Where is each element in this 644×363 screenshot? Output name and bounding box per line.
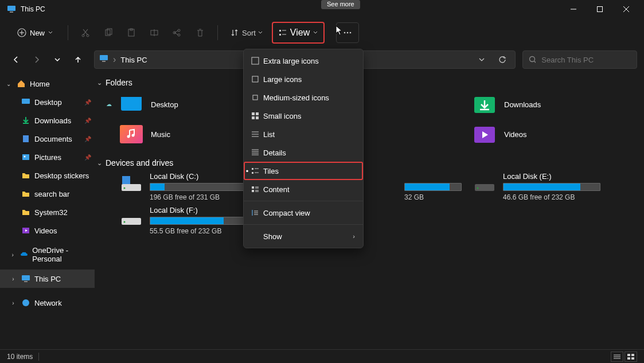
svg-rect-38 bbox=[24, 281, 28, 282]
item-count: 10 items bbox=[7, 353, 33, 361]
menu-item-label: Show bbox=[263, 232, 282, 241]
svg-point-53 bbox=[124, 221, 126, 223]
menu-item-sm-icons[interactable]: Small icons bbox=[244, 107, 363, 125]
sidebar-item-desktop[interactable]: Desktop 📌 bbox=[0, 93, 95, 111]
chevron-right-icon: › bbox=[9, 300, 17, 306]
copy-button[interactable] bbox=[99, 22, 118, 43]
menu-item-compact[interactable]: Compact view bbox=[244, 204, 363, 222]
documents-icon bbox=[21, 134, 31, 144]
chevron-right-icon: › bbox=[9, 252, 16, 258]
menu-item-label: Compact view bbox=[263, 209, 310, 217]
svg-rect-31 bbox=[22, 99, 30, 104]
paste-button[interactable] bbox=[122, 22, 140, 43]
sidebar-item-this-pc[interactable]: › This PC bbox=[0, 270, 95, 288]
sidebar-item-pictures[interactable]: Pictures 📌 bbox=[0, 148, 95, 166]
this-pc-icon bbox=[21, 274, 31, 284]
group-header-drives[interactable]: ⌄ Devices and drives bbox=[97, 158, 638, 167]
pictures-icon bbox=[21, 152, 31, 162]
new-button[interactable]: New bbox=[10, 22, 60, 43]
sidebar-item-home[interactable]: ⌄ Home bbox=[0, 75, 95, 93]
svg-point-25 bbox=[347, 32, 349, 34]
sort-icon bbox=[231, 29, 239, 37]
sidebar-item-downloads[interactable]: Downloads 📌 bbox=[0, 111, 95, 130]
svg-rect-57 bbox=[252, 112, 255, 115]
svg-rect-1 bbox=[10, 11, 13, 13]
menu-item-label: Medium-sized icons bbox=[263, 93, 329, 102]
pin-icon: 📌 bbox=[84, 154, 91, 161]
list-icon bbox=[251, 130, 260, 138]
drive-label: Local Disk (C:) bbox=[150, 172, 247, 181]
more-button[interactable] bbox=[336, 22, 359, 43]
menu-item-tiles[interactable]: Tiles bbox=[244, 162, 363, 180]
menu-item-content[interactable]: Content bbox=[244, 180, 363, 198]
sidebar-item-label: Videos bbox=[34, 227, 57, 235]
view-label: View bbox=[290, 28, 310, 38]
drive-usage-bar bbox=[150, 217, 247, 225]
sidebar-item-desktop-stickers[interactable]: Desktop stickers bbox=[0, 166, 95, 185]
music-icon bbox=[120, 125, 143, 143]
sidebar-item-onedrive[interactable]: › OneDrive - Personal bbox=[0, 245, 95, 264]
group-header-folders[interactable]: ⌄ Folders bbox=[97, 78, 638, 87]
back-button[interactable] bbox=[7, 50, 25, 69]
drives-grid: Local Disk (C:) 196 GB free of 231 GB 32… bbox=[120, 172, 638, 235]
folder-tile-videos[interactable]: Videos bbox=[473, 122, 638, 147]
sort-button[interactable]: Sort bbox=[226, 22, 267, 43]
search-bar[interactable] bbox=[522, 50, 637, 69]
sidebar-item-label: Pictures bbox=[34, 153, 61, 162]
drive-info: Local Disk (E:) 46.6 GB free of 232 GB bbox=[503, 172, 600, 201]
menu-item-label: Content bbox=[263, 185, 290, 194]
sidebar-item-network[interactable]: › Network bbox=[0, 294, 95, 312]
svg-point-49 bbox=[124, 188, 126, 189]
chevron-down-icon: ⌄ bbox=[97, 159, 102, 167]
search-input[interactable] bbox=[541, 56, 631, 64]
details-view-button[interactable] bbox=[611, 352, 623, 362]
share-icon bbox=[173, 28, 182, 37]
menu-item-lg-icons[interactable]: Large icons bbox=[244, 70, 363, 88]
search-icon bbox=[529, 56, 536, 64]
minimize-button[interactable] bbox=[560, 0, 587, 18]
forward-button[interactable] bbox=[28, 50, 46, 69]
menu-item-list[interactable]: List bbox=[244, 125, 363, 143]
sidebar-item-label: OneDrive - Personal bbox=[32, 246, 91, 263]
sidebar-item-label: Desktop stickers bbox=[34, 171, 89, 180]
folder-icon bbox=[21, 189, 31, 199]
delete-button[interactable] bbox=[191, 22, 209, 43]
refresh-button[interactable] bbox=[494, 56, 510, 64]
thumbnails-view-button[interactable] bbox=[625, 352, 637, 362]
copy-icon bbox=[104, 28, 113, 37]
menu-item-details[interactable]: Details bbox=[244, 143, 363, 162]
drive-icon bbox=[473, 173, 496, 194]
share-button[interactable] bbox=[168, 22, 186, 43]
recent-button[interactable] bbox=[48, 50, 67, 69]
sidebar-item-documents[interactable]: Documents 📌 bbox=[0, 130, 95, 148]
menu-item-label: Tiles bbox=[263, 167, 279, 175]
svg-rect-34 bbox=[22, 154, 29, 160]
menu-item-md-icons[interactable]: Medium-sized icons bbox=[244, 88, 363, 107]
menu-item-show[interactable]: Show› bbox=[244, 227, 363, 245]
drive-tile-e[interactable]: Local Disk (E:) 46.6 GB free of 232 GB bbox=[473, 172, 638, 201]
menu-item-label: List bbox=[263, 130, 275, 139]
chevron-down-icon bbox=[48, 30, 53, 35]
sidebar-item-system32[interactable]: System32 bbox=[0, 203, 95, 221]
drive-usage-bar bbox=[404, 183, 462, 191]
sidebar-item-label: Downloads bbox=[34, 116, 71, 125]
trash-icon bbox=[196, 28, 205, 37]
cut-button[interactable] bbox=[76, 22, 95, 43]
svg-rect-55 bbox=[252, 76, 258, 82]
svg-rect-3 bbox=[598, 7, 603, 12]
menu-item-xl-icons[interactable]: Extra large icons bbox=[244, 52, 363, 70]
address-dropdown-button[interactable] bbox=[474, 57, 490, 63]
sidebar-item-label: Desktop bbox=[34, 98, 62, 107]
close-button[interactable] bbox=[613, 0, 639, 18]
maximize-button[interactable] bbox=[587, 0, 613, 18]
svg-rect-37 bbox=[22, 275, 30, 280]
sidebar-item-search-bar[interactable]: search bar bbox=[0, 185, 95, 203]
breadcrumb[interactable]: This PC bbox=[120, 56, 147, 64]
sidebar-item-videos[interactable]: Videos bbox=[0, 221, 95, 240]
folder-tile-downloads[interactable]: Downloads bbox=[473, 92, 638, 117]
menu-separator bbox=[244, 224, 363, 225]
svg-rect-58 bbox=[256, 112, 259, 115]
rename-button[interactable] bbox=[145, 22, 163, 43]
view-button[interactable]: View bbox=[272, 22, 325, 44]
up-button[interactable] bbox=[69, 50, 87, 69]
